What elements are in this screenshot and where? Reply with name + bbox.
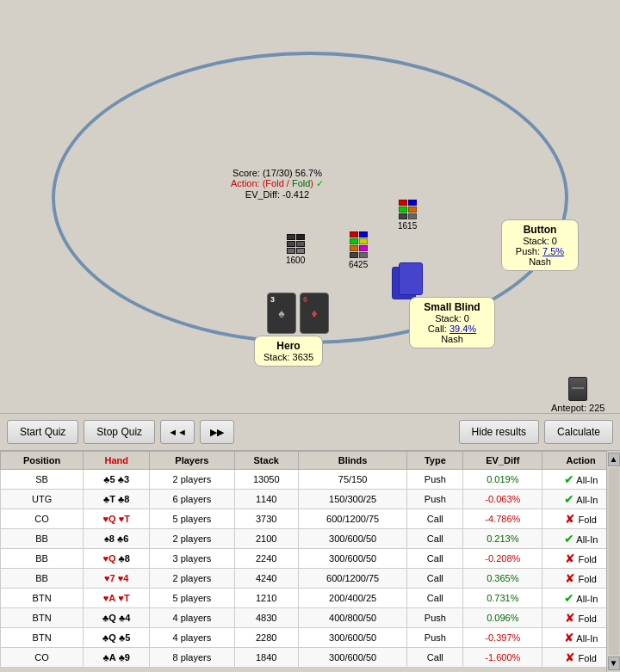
cell-blinds: 75/150	[298, 470, 407, 490]
cell-ev-diff: 0.096%	[463, 608, 542, 628]
cell-position: BTN	[1, 608, 84, 628]
hero-cards: 3 ♠ 6 ♦	[267, 293, 329, 334]
stop-quiz-button[interactable]: Stop Quiz	[84, 420, 155, 444]
table-row: BTN♣Q ♣44 players4830400/800/50Push0.096…	[1, 608, 607, 628]
cell-hand: ♣5 ♣3	[84, 470, 150, 490]
check-icon: ✔	[564, 472, 574, 486]
cell-action: ✘ Fold	[542, 608, 606, 628]
cross-icon: ✘	[565, 512, 575, 526]
cell-players: 3 players	[150, 549, 234, 569]
results-table: Position Hand Players Stack Blinds Type …	[0, 451, 606, 668]
cell-players: 4 players	[150, 628, 234, 648]
small-blind-call-link[interactable]: 39.4%	[450, 324, 476, 334]
table-row: CO♣A ♣98 players1840300/600/50Call-1.600…	[1, 648, 607, 668]
cross-icon: ✘	[564, 631, 574, 644]
cross-icon: ✘	[565, 611, 575, 625]
col-type: Type	[407, 452, 463, 470]
cell-ev-diff: 0.365%	[463, 569, 542, 589]
next-button[interactable]: ▶▶	[200, 420, 234, 444]
check-icon: ✔	[564, 492, 574, 506]
cell-stack: 1140	[234, 490, 298, 509]
scroll-up[interactable]: ▲	[608, 453, 620, 466]
col-ev-diff: EV_Diff	[463, 452, 542, 470]
cell-ev-diff: -0.397%	[463, 628, 542, 648]
cell-blinds: 300/600/50	[298, 648, 407, 668]
cell-type: Call	[407, 509, 463, 529]
cell-hand: ♣T ♣8	[84, 490, 150, 509]
hide-results-button[interactable]: Hide results	[459, 420, 539, 444]
start-quiz-button[interactable]: Start Quiz	[7, 420, 78, 444]
button-push-link[interactable]: 7.5%	[542, 246, 564, 256]
table-row: BB♥7 ♥42 players4240600/1200/75Call0.365…	[1, 569, 607, 589]
col-players: Players	[150, 452, 234, 470]
cell-position: BTN	[1, 628, 84, 648]
score-info: Score: (17/30) 56.7% Action: (Fold / Fol…	[231, 168, 324, 200]
cell-hand: ♥Q ♣8	[84, 549, 150, 569]
cell-ev-diff: -0.208%	[463, 549, 542, 569]
table-row: BTN♣Q ♣54 players2280300/600/50Push-0.39…	[1, 628, 607, 648]
ev-diff-text: EV_Diff: -0.412	[231, 189, 324, 200]
scrollbar[interactable]: ▲ ▼	[606, 451, 620, 672]
cell-stack: 3730	[234, 509, 298, 529]
cell-action: ✔ All-In	[542, 470, 606, 490]
cell-blinds: 300/600/50	[298, 529, 407, 549]
cell-hand: ♣Q ♣4	[84, 608, 150, 628]
cell-players: 4 players	[150, 608, 234, 628]
cell-ev-diff: -1.600%	[463, 648, 542, 668]
cell-position: BB	[1, 549, 84, 569]
antepot-icon	[568, 377, 587, 401]
hero-box: Hero Stack: 3635	[254, 336, 323, 367]
cell-blinds: 150/300/25	[298, 490, 407, 509]
cell-position: BB	[1, 529, 84, 549]
cell-stack: 1210	[234, 589, 298, 608]
cell-players: 8 players	[150, 648, 234, 668]
cell-action: ✘ All-In	[542, 628, 606, 648]
cell-type: Push	[407, 608, 463, 628]
cell-position: UTG	[1, 490, 84, 509]
col-action: Action	[542, 452, 606, 470]
cross-icon: ✘	[565, 571, 575, 585]
prev-button[interactable]: ◄◄	[160, 420, 195, 444]
table-row: UTG♣T ♣86 players1140150/300/25Push-0.06…	[1, 490, 607, 509]
cell-stack: 2240	[234, 549, 298, 569]
cell-position: CO	[1, 509, 84, 529]
cell-stack: 2100	[234, 529, 298, 549]
cell-type: Push	[407, 490, 463, 509]
cell-type: Call	[407, 529, 463, 549]
scroll-track	[609, 468, 619, 655]
cell-blinds: 200/400/25	[298, 589, 407, 608]
score-text: Score: (17/30) 56.7%	[231, 168, 324, 178]
table-scroll[interactable]: Position Hand Players Stack Blinds Type …	[0, 451, 606, 672]
cell-action: ✔ All-In	[542, 589, 606, 608]
scroll-down[interactable]: ▼	[608, 657, 620, 670]
cell-stack: 4240	[234, 569, 298, 589]
cell-ev-diff: 0.019%	[463, 470, 542, 490]
control-bar: Start Quiz Stop Quiz ◄◄ ▶▶ Hide results …	[0, 413, 620, 451]
hero-card-2: 6 ♦	[300, 293, 329, 334]
cell-action: ✘ Fold	[542, 549, 606, 569]
cell-action: ✘ Fold	[542, 509, 606, 529]
table-container: Position Hand Players Stack Blinds Type …	[0, 451, 620, 672]
hero-card-1: 3 ♠	[267, 293, 296, 334]
cell-players: 5 players	[150, 589, 234, 608]
cell-hand: ♣A ♣9	[84, 648, 150, 668]
stack-6425: 6425	[349, 228, 368, 269]
cell-hand: ♣Q ♣5	[84, 628, 150, 648]
cell-action: ✘ Fold	[542, 648, 606, 668]
stack-1600: 1600	[286, 231, 305, 265]
cell-players: 5 players	[150, 509, 234, 529]
cell-hand: ♥7 ♥4	[84, 569, 150, 589]
calculate-button[interactable]: Calculate	[544, 420, 613, 444]
cell-blinds: 300/600/50	[298, 628, 407, 648]
col-hand: Hand	[84, 452, 150, 470]
table-row: CO♥Q ♥T5 players3730600/1200/75Call-4.78…	[1, 509, 607, 529]
cell-position: BB	[1, 569, 84, 589]
cell-position: CO	[1, 648, 84, 668]
cell-ev-diff: -0.063%	[463, 490, 542, 509]
poker-area: Score: (17/30) 56.7% Action: (Fold / Fol…	[0, 0, 620, 413]
cell-blinds: 400/800/50	[298, 608, 407, 628]
cell-stack: 1840	[234, 648, 298, 668]
cell-type: Push	[407, 470, 463, 490]
cell-hand: ♠8 ♣6	[84, 529, 150, 549]
cell-hand: ♥Q ♥T	[84, 509, 150, 529]
